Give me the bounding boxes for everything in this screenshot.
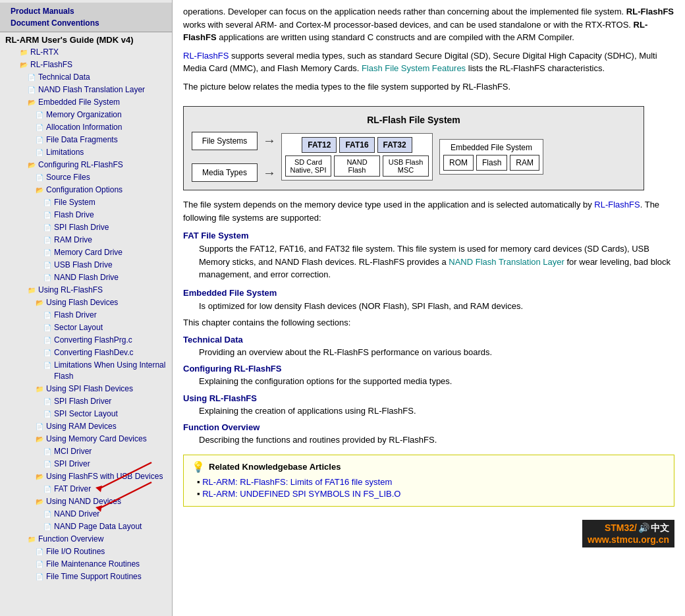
sidebar-item-rl-flashfs[interactable]: 📂 RL-FlashFS [0, 59, 172, 71]
sidebar-item-flash-driver[interactable]: 📄 Flash Driver [0, 309, 172, 322]
sidebar-item-limitations[interactable]: 📄 Limitations [0, 146, 172, 159]
sidebar-link-using-spi-flash[interactable]: Using SPI Flash Devices [46, 383, 133, 395]
sidebar-link-spi-sector-layout[interactable]: SPI Sector Layout [54, 408, 118, 420]
sidebar-item-converting-flashprg[interactable]: 📄 Converting FlashPrg.c [0, 334, 172, 347]
folder-open-icon: 📂 [34, 472, 45, 482]
nand-translation-layer-link[interactable]: NAND Flash Translation Layer [449, 257, 564, 267]
sidebar-link-sector-layout[interactable]: Sector Layout [54, 322, 103, 333]
sidebar-item-memory-card-drive[interactable]: 📄 Memory Card Drive [0, 246, 172, 259]
sidebar-link-configuring-rl[interactable]: Configuring RL-FlashFS [38, 159, 123, 171]
kb-link-2[interactable]: RL-ARM: UNDEFINED SPI SYMBOLS IN FS_LIB.… [202, 489, 400, 499]
sidebar-link-converting-flashprg[interactable]: Converting FlashPrg.c [54, 335, 132, 346]
sidebar-item-configuring-rl[interactable]: 📂 Configuring RL-FlashFS [0, 159, 172, 171]
sidebar-link-file-maintenance[interactable]: File Maintenance Routines [46, 559, 140, 570]
sidebar-item-spi-flash-drive[interactable]: 📄 SPI Flash Drive [0, 221, 172, 234]
sidebar-link-function-overview[interactable]: Function Overview [38, 534, 103, 545]
sidebar-link-using-flashfs-usb[interactable]: Using FlashFS with USB Devices [46, 471, 163, 482]
sidebar-item-limitations-internal-flash[interactable]: 📄 Limitations When Using Internal Flash [0, 359, 172, 383]
sidebar-link-converting-flashdev[interactable]: Converting FlashDev.c [54, 347, 134, 358]
sidebar-item-using-nand[interactable]: 📂 Using NAND Devices [0, 495, 172, 508]
sidebar-link-nand-flash-drive[interactable]: NAND Flash Drive [54, 272, 119, 283]
rom-cell: ROM [443, 155, 474, 171]
sidebar-link-nand-translation[interactable]: NAND Flash Translation Layer [38, 84, 145, 96]
sidebar-link-technical-data[interactable]: Technical Data [38, 72, 90, 83]
sidebar-link-using-ram-devices[interactable]: Using RAM Devices [46, 421, 117, 432]
sidebar-link-document-conventions[interactable]: Document Conventions [5, 17, 167, 29]
sidebar-item-source-files[interactable]: 📄 Source Files [0, 171, 172, 184]
sidebar-item-fat-driver[interactable]: 📄 FAT Driver [0, 483, 172, 495]
sidebar-link-using-memory-card[interactable]: Using Memory Card Devices [46, 434, 147, 445]
sidebar-item-spi-driver[interactable]: 📄 SPI Driver [0, 458, 172, 470]
sidebar-item-file-system[interactable]: 📄 File System [0, 196, 172, 209]
sidebar-link-product-manuals[interactable]: Product Manuals [5, 5, 167, 17]
sidebar-link-flash-driver[interactable]: Flash Driver [54, 310, 97, 321]
sidebar-link-file-data-fragments[interactable]: File Data Fragments [46, 134, 118, 146]
sidebar-item-spi-flash-driver[interactable]: 📄 SPI Flash Driver [0, 395, 172, 408]
sidebar-link-ram-drive[interactable]: RAM Drive [54, 235, 92, 246]
rl-flashfs-link-1[interactable]: RL-FlashFS [183, 51, 229, 61]
sidebar-link-config-options[interactable]: Configuration Options [46, 184, 123, 196]
sidebar-item-flash-drive[interactable]: 📄 Flash Drive [0, 209, 172, 221]
sidebar-item-rl-rtx[interactable]: 📁 RL-RTX [0, 46, 172, 59]
sidebar-link-usb-flash-drive[interactable]: USB Flash Drive [54, 260, 113, 271]
sidebar-item-nand-driver[interactable]: 📄 NAND Driver [0, 508, 172, 520]
sidebar-link-spi-flash-driver[interactable]: SPI Flash Driver [54, 396, 111, 407]
sidebar-link-limitations-internal-flash[interactable]: Limitations When Using Internal Flash [54, 360, 169, 382]
sidebar-item-converting-flashdev[interactable]: 📄 Converting FlashDev.c [0, 347, 172, 359]
sidebar-item-using-rl-flashfs[interactable]: 📁 Using RL-FlashFS [0, 284, 172, 296]
technical-data-heading: Technical Data [183, 335, 674, 345]
sidebar-link-rl-rtx[interactable]: RL-RTX [30, 47, 59, 58]
doc-icon: 📄 [42, 348, 53, 358]
sidebar-link-source-files[interactable]: Source Files [46, 172, 90, 183]
sidebar-link-file-io[interactable]: File I/O Routines [46, 546, 105, 557]
sidebar-link-file-time-support[interactable]: File Time Support Routines [46, 571, 142, 582]
sidebar-item-using-flash-devices[interactable]: 📂 Using Flash Devices [0, 296, 172, 309]
sidebar-link-mci-driver[interactable]: MCI Driver [54, 446, 92, 457]
sidebar-link-flash-drive[interactable]: Flash Drive [54, 210, 94, 221]
sidebar-link-spi-driver[interactable]: SPI Driver [54, 459, 90, 470]
sidebar-item-using-flashfs-usb[interactable]: 📂 Using FlashFS with USB Devices [0, 470, 172, 483]
function-overview-body: Describing the functions and routines pr… [199, 434, 674, 447]
kb-link-1[interactable]: RL-ARM: RL-FlashFS: Limits of FAT16 file… [202, 477, 392, 487]
sidebar-link-nand-page-layout[interactable]: NAND Page Data Layout [54, 521, 142, 532]
sidebar-item-config-options[interactable]: 📂 Configuration Options [0, 184, 172, 196]
sidebar-item-using-memory-card[interactable]: 📂 Using Memory Card Devices [0, 433, 172, 445]
sidebar-item-ram-drive[interactable]: 📄 RAM Drive [0, 234, 172, 246]
sidebar-item-memory-org[interactable]: 📄 Memory Organization [0, 109, 172, 121]
sidebar-item-file-maintenance[interactable]: 📄 File Maintenance Routines [0, 558, 172, 571]
flash-file-system-features-link[interactable]: Flash File System Features [362, 63, 466, 73]
sidebar-link-embedded-file-system[interactable]: Embedded File System [38, 97, 120, 108]
sidebar-link-spi-flash-drive[interactable]: SPI Flash Drive [54, 222, 109, 233]
related-kb-item-1[interactable]: RL-ARM: RL-FlashFS: Limits of FAT16 file… [197, 477, 666, 487]
sidebar-item-mci-driver[interactable]: 📄 MCI Driver [0, 445, 172, 458]
sidebar-link-nand-driver[interactable]: NAND Driver [54, 509, 99, 520]
sidebar-item-allocation-info[interactable]: 📄 Allocation Information [0, 121, 172, 134]
sidebar-item-using-spi-flash[interactable]: 📁 Using SPI Flash Devices [0, 383, 172, 395]
rl-flashfs-link-2[interactable]: RL-FlashFS [594, 200, 640, 210]
sidebar-link-memory-org[interactable]: Memory Organization [46, 109, 122, 121]
sidebar-item-function-overview[interactable]: 📁 Function Overview [0, 533, 172, 546]
sidebar-link-rl-flashfs[interactable]: RL-FlashFS [30, 59, 72, 70]
sidebar-item-spi-sector-layout[interactable]: 📄 SPI Sector Layout [0, 408, 172, 420]
sidebar-link-using-flash-devices[interactable]: Using Flash Devices [46, 297, 118, 308]
sidebar-item-embedded-file-system[interactable]: 📂 Embedded File System [0, 96, 172, 109]
sidebar-item-using-ram-devices[interactable]: 📄 Using RAM Devices [0, 420, 172, 433]
sidebar-link-file-system[interactable]: File System [54, 197, 96, 208]
sidebar-link-fat-driver[interactable]: FAT Driver [54, 484, 91, 495]
doc-icon: 📄 [42, 260, 53, 271]
sidebar-item-nand-page-layout[interactable]: 📄 NAND Page Data Layout [0, 520, 172, 533]
related-kb-item-2[interactable]: RL-ARM: UNDEFINED SPI SYMBOLS IN FS_LIB.… [197, 489, 666, 499]
sidebar-item-file-io[interactable]: 📄 File I/O Routines [0, 546, 172, 558]
sidebar-item-sector-layout[interactable]: 📄 Sector Layout [0, 322, 172, 334]
sidebar-item-technical-data[interactable]: 📄 Technical Data [0, 71, 172, 84]
sidebar-item-nand-translation[interactable]: 📄 NAND Flash Translation Layer [0, 84, 172, 96]
sidebar-link-using-rl-flashfs[interactable]: Using RL-FlashFS [38, 285, 103, 296]
sidebar-item-file-data-fragments[interactable]: 📄 File Data Fragments [0, 134, 172, 146]
sidebar-link-limitations[interactable]: Limitations [46, 147, 84, 158]
sidebar-link-memory-card-drive[interactable]: Memory Card Drive [54, 247, 123, 258]
sidebar-link-using-nand[interactable]: Using NAND Devices [46, 496, 121, 507]
sidebar-item-nand-flash-drive[interactable]: 📄 NAND Flash Drive [0, 271, 172, 284]
sidebar-link-allocation-info[interactable]: Allocation Information [46, 122, 122, 133]
sidebar-item-usb-flash-drive[interactable]: 📄 USB Flash Drive [0, 259, 172, 271]
sidebar-item-file-time-support[interactable]: 📄 File Time Support Routines [0, 571, 172, 583]
